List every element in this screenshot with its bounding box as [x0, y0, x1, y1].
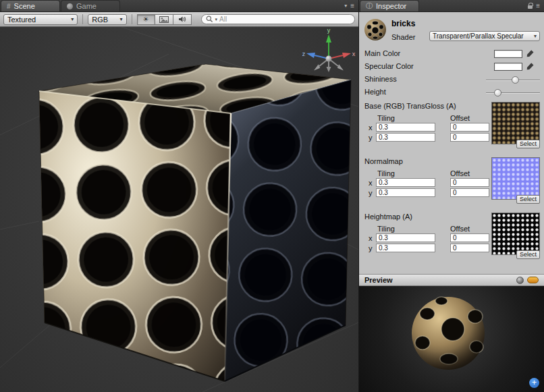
inspector-panel: bricks ⚙ Shader Transparent/Parallax Spe… [358, 12, 544, 392]
base-texture-thumbnail[interactable] [491, 102, 540, 144]
specular-color-swatch[interactable] [494, 63, 522, 71]
material-name: bricks [391, 19, 415, 28]
tab-inspector[interactable]: ⓘ Inspector [360, 0, 419, 11]
chevron-down-icon: ▾ [120, 16, 123, 22]
scene-3d-render: y x z [0, 27, 358, 392]
heightmap-select-button[interactable]: Select [516, 250, 540, 259]
toolbar-divider [82, 14, 83, 24]
material-sphere-icon [363, 18, 387, 42]
y-row-label: y [369, 134, 373, 142]
shader-value: Transparent/Parallax Specular [433, 32, 524, 40]
draw-mode-value: Textured [7, 16, 36, 24]
offset-y-input[interactable] [450, 188, 489, 197]
shininess-label: Shininess [364, 75, 397, 83]
tiling-x-input[interactable] [376, 123, 435, 132]
unity-editor-window: # Scene Game ▾ ≡ Textured ▾ RGB ▾ ☀ [0, 0, 544, 392]
chevron-down-icon: ▾ [534, 33, 537, 39]
preview-add-button[interactable]: + [529, 378, 539, 388]
scene-grid-icon: # [7, 3, 11, 10]
gizmo-x-label: x [352, 51, 356, 57]
tab-inspector-label: Inspector [376, 2, 406, 10]
scene-search-field[interactable]: ▾ [201, 14, 355, 24]
height-slider[interactable] [486, 92, 540, 94]
offset-x-input[interactable] [450, 178, 489, 187]
heightmap-texture-thumbnail[interactable] [491, 213, 540, 255]
texture-section-title: Normalmap [364, 157, 403, 165]
height-slider-knob[interactable] [494, 89, 501, 96]
offset-y-input[interactable] [450, 133, 489, 142]
preview-title: Preview [364, 276, 393, 284]
gizmo-axis-neg [327, 67, 331, 72]
preview-header[interactable]: Preview [359, 274, 544, 286]
render-mode-dropdown[interactable]: RGB ▾ [88, 14, 126, 25]
main-color-swatch[interactable] [494, 50, 522, 58]
bricks-cube[interactable] [39, 64, 351, 381]
base-texture-select-button[interactable]: Select [516, 140, 540, 148]
scene-tabbar: # Scene Game ▾ ≡ [0, 0, 358, 12]
height-label: Height [364, 88, 386, 96]
x-row-label: x [369, 123, 373, 132]
tiling-header: Tiling [377, 225, 395, 233]
chevron-down-icon: ▾ [71, 16, 74, 22]
y-row-label: y [369, 244, 373, 252]
tab-game-label: Game [76, 2, 97, 10]
toolbar-divider [132, 14, 132, 24]
search-input[interactable] [219, 16, 350, 23]
inspector-lock-icon[interactable] [528, 5, 533, 9]
tab-game[interactable]: Game [61, 0, 120, 11]
y-row-label: y [369, 189, 373, 197]
tiling-y-input[interactable] [376, 188, 435, 197]
tiling-header: Tiling [377, 114, 395, 122]
normalmap-select-button[interactable]: Select [516, 195, 540, 204]
speaker-icon [178, 16, 186, 23]
gizmo-axis-y [326, 34, 331, 43]
image-icon [159, 16, 169, 23]
texture-section-title: Base (RGB) TransGloss (A) [364, 102, 456, 110]
scene-skybox-toggle[interactable] [155, 14, 173, 25]
offset-header: Offset [450, 225, 470, 233]
tiling-y-input[interactable] [376, 244, 435, 252]
scene-lighting-toggle[interactable]: ☀ [137, 14, 155, 25]
shininess-slider[interactable] [486, 80, 540, 81]
eyedropper-icon[interactable] [526, 49, 535, 58]
offset-header: Offset [450, 169, 470, 177]
material-preview-area[interactable]: + [359, 286, 544, 392]
offset-y-input[interactable] [450, 244, 489, 252]
layout-dropdown-icon[interactable]: ▾ [344, 3, 347, 9]
x-row-label: x [369, 234, 373, 242]
inspector-menu-icon[interactable]: ≡ [536, 2, 540, 9]
scene-audio-toggle[interactable] [173, 14, 192, 25]
gizmo-y-label: y [327, 27, 331, 34]
eyedropper-icon[interactable] [526, 62, 535, 71]
sun-icon: ☀ [143, 16, 149, 23]
gizmo-axis-neg [314, 64, 320, 70]
gizmo-axis-z [306, 53, 315, 58]
normalmap-texture-thumbnail[interactable] [491, 157, 540, 200]
gizmo-axis-neg [337, 64, 344, 70]
shader-dropdown[interactable]: Transparent/Parallax Specular ▾ [429, 31, 540, 41]
tiling-y-input[interactable] [376, 133, 435, 142]
tiling-x-input[interactable] [376, 233, 435, 242]
gizmo-axis-x [342, 53, 351, 58]
panel-menu-icon[interactable]: ≡ [350, 2, 354, 9]
inspector-info-icon: ⓘ [366, 1, 373, 11]
shader-field-label: Shader [391, 33, 415, 41]
offset-x-input[interactable] [450, 123, 489, 132]
offset-x-input[interactable] [450, 233, 489, 242]
main-color-label: Main Color [364, 49, 400, 57]
tab-scene-label: Scene [14, 2, 35, 10]
search-icon [206, 16, 213, 23]
gizmo-center [326, 56, 332, 62]
specular-color-label: Specular Color [364, 62, 414, 70]
scene-viewport[interactable]: y x z [0, 27, 358, 392]
shininess-slider-knob[interactable] [512, 76, 519, 84]
orientation-gizmo[interactable]: y x z [302, 27, 356, 72]
scene-toolbar: Textured ▾ RGB ▾ ☀ [0, 12, 358, 27]
preview-sphere-icon[interactable] [516, 277, 524, 284]
preview-lighting-toggle-icon[interactable] [527, 277, 539, 283]
draw-mode-dropdown[interactable]: Textured ▾ [3, 14, 78, 25]
tiling-x-input[interactable] [376, 178, 435, 187]
tab-scene[interactable]: # Scene [1, 0, 60, 11]
tiling-header: Tiling [377, 169, 395, 177]
search-filter-chevron-icon[interactable]: ▾ [215, 17, 218, 22]
